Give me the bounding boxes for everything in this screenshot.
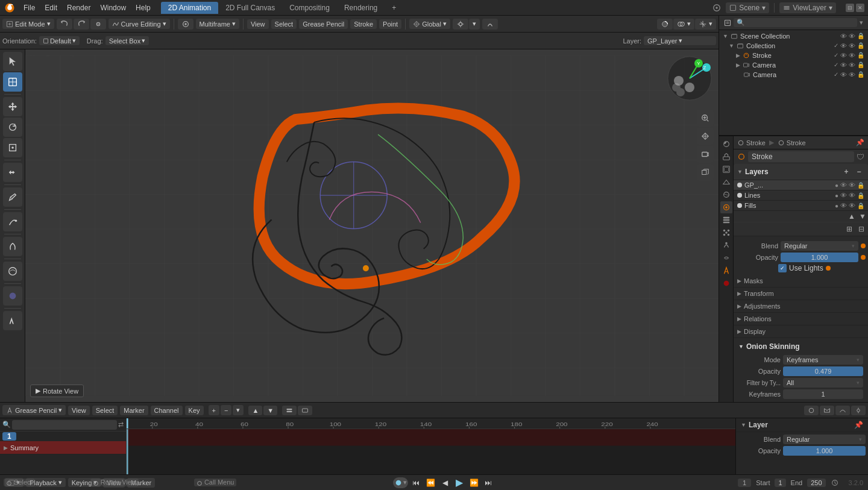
snap-toggle[interactable] [453,19,468,30]
menu-file[interactable]: File [19,2,39,13]
blender-logo-icon[interactable] [4,2,16,14]
stroke-menu[interactable]: Stroke [350,19,377,29]
remove-keyframe-btn[interactable]: − [221,405,231,415]
shield-icon[interactable]: 🛡 [857,152,864,162]
layers-header[interactable]: ▼ Layers + − [734,164,868,180]
masks-section[interactable]: ▶ Masks [734,275,868,287]
camera-render-icon[interactable]: 👁 [840,61,847,69]
timeline-layer-pin[interactable]: 📌 [854,421,863,429]
timeline-channel-menu[interactable]: Channel [151,406,183,415]
outliner-search[interactable]: 🔍 [734,18,857,27]
transform-tool[interactable] [3,163,22,182]
timeline-filter1-btn[interactable] [804,406,819,415]
skip-to-start-btn[interactable]: ⏮ [409,476,423,489]
world-props-icon[interactable] [720,189,732,201]
window-icon-btn[interactable]: ⊟ [846,4,854,12]
vertex-paint-tool[interactable] [3,262,22,281]
frame-prev-btn[interactable]: ▲ [248,406,262,415]
layer-move-bottom-btn[interactable]: ⊟ [856,224,867,234]
onion-mode-value-btn[interactable]: Keyframes ▾ [783,355,863,365]
current-frame-indicator[interactable]: 1 [2,432,16,441]
onion-filter-value-btn[interactable]: All ▾ [783,378,863,388]
layer-fills-eye2-icon[interactable]: 👁 [849,202,855,209]
object-name-field[interactable]: Stroke [748,151,854,162]
snap-options[interactable]: ▾ [469,19,480,30]
curve-editing-dropdown[interactable]: Curve Editing ▾ [108,19,170,29]
move-tool[interactable] [3,97,22,116]
output-props-icon[interactable] [720,151,732,163]
camera-viewport-icon[interactable]: ✓ [834,61,838,69]
timeline-swap-icon[interactable]: ⇄ [118,421,124,429]
timeline-key-menu[interactable]: Key [185,406,204,415]
breadcrumb-stroke1[interactable]: Stroke [737,139,766,146]
undo-icon[interactable] [57,19,72,30]
tab-2d-full-canvas[interactable]: 2D Full Canvas [218,2,282,14]
layer-gp-lock-icon[interactable]: 🔒 [857,182,864,189]
tint-tool[interactable] [3,286,22,306]
use-lights-checkbox[interactable]: ✓ [778,264,787,272]
camera-item[interactable]: ▶ Camera ✓ 👁 👁 🔒 [719,60,868,70]
add-keyframe-btn[interactable]: + [209,405,219,415]
camera-data-item[interactable]: Camera ✓ 👁 👁 🔒 [719,70,868,80]
zoom-in-btn[interactable] [697,110,714,127]
scene-collection-item[interactable]: ▼ Scene Collection 👁 👁 🔒 [719,31,868,41]
camera-data-render-icon[interactable]: 👁 [840,71,847,78]
timeline-opacity-value[interactable]: 1.000 [783,446,866,456]
drag-value-btn[interactable]: Select Box ▾ [105,36,149,45]
options-icon[interactable] [90,19,106,30]
camera-view-btn[interactable] [697,146,714,163]
camera-lock-icon[interactable]: 🔒 [857,61,864,69]
tab-add[interactable]: + [385,2,403,14]
layer-lines-lock-icon[interactable]: 🔒 [857,192,864,199]
scene-collection-hide-icon[interactable]: 👁 [849,33,855,40]
layers-remove-btn[interactable]: − [854,166,864,177]
select-tool[interactable] [3,72,22,92]
playback-mode-btn[interactable]: ▾ [393,477,408,488]
timeline-view-menu[interactable]: View [68,406,90,415]
layer-gp-eye2-icon[interactable]: 👁 [849,181,855,189]
onion-opacity-value[interactable]: 0.479 [783,366,863,376]
render-props-icon[interactable] [720,138,732,150]
skip-to-end-btn[interactable]: ⏭ [482,476,495,489]
layer-fills-lock-icon[interactable]: 🔒 [857,203,864,209]
layer-gp-dot-icon[interactable]: ● [835,182,838,189]
collection-render-icon[interactable]: 👁 [840,42,847,49]
menu-render[interactable]: Render [63,2,95,13]
gizmo-btn[interactable]: ▾ [695,19,716,30]
step-back-btn[interactable]: ⏪ [424,476,437,489]
menu-help[interactable]: Help [131,2,155,13]
timeline-normalize-btn[interactable] [835,406,850,415]
data-props-icon[interactable] [720,265,732,277]
layer-fills-eye1-icon[interactable]: 👁 [840,202,847,209]
tab-2d-animation[interactable]: 2D Animation [161,2,218,14]
gpencil-draw-tool[interactable] [3,212,22,231]
layer-gp-eye1-icon[interactable]: 👁 [840,181,847,189]
layer-value-btn[interactable]: GP_Layer ▾ [644,36,716,45]
stroke-gp-item[interactable]: ▶ Stroke ✓ 👁 👁 🔒 [719,51,868,60]
annotate-tool[interactable] [3,187,22,207]
layer-fills-dot-icon[interactable]: ● [835,203,838,209]
timeline-select-menu[interactable]: Select [92,406,118,415]
orientation-dropdown[interactable]: Global ▾ [409,19,450,29]
collection-render2-icon[interactable]: 👁 [849,42,855,49]
object-props-icon[interactable] [720,201,732,213]
scene-collection-lock-icon[interactable]: 🔒 [857,33,864,40]
onion-keyframes-value[interactable]: 1 [783,389,863,399]
frame-next-btn[interactable]: ▼ [263,406,277,415]
layer-lines-eye2-icon[interactable]: 👁 [849,192,855,199]
viewlayer-selector[interactable]: ViewLayer ▾ [779,2,836,13]
layer-row-lines[interactable]: Lines ● 👁 👁 🔒 [734,190,868,201]
timeline-snapping-btn[interactable] [851,406,866,415]
step-forward-btn[interactable]: ⏩ [467,476,480,489]
expanded-view-btn[interactable] [298,406,312,415]
layer-row-fills[interactable]: Fills ● 👁 👁 🔒 [734,201,868,211]
timeline-mode-selector[interactable]: Grease Pencil ▾ [2,405,66,415]
orientation-value-btn[interactable]: Default ▾ [39,36,80,45]
transform-section[interactable]: ▶ Transform [734,287,868,300]
timeline-marker-menu[interactable]: Marker [120,406,148,415]
redo-icon[interactable] [74,19,89,30]
tab-rendering[interactable]: Rendering [337,2,385,14]
window-close-btn[interactable]: ✕ [856,4,864,12]
timeline-blend-btn[interactable]: Regular ▾ [783,435,866,444]
stroke-render2-icon[interactable]: 👁 [849,52,855,59]
